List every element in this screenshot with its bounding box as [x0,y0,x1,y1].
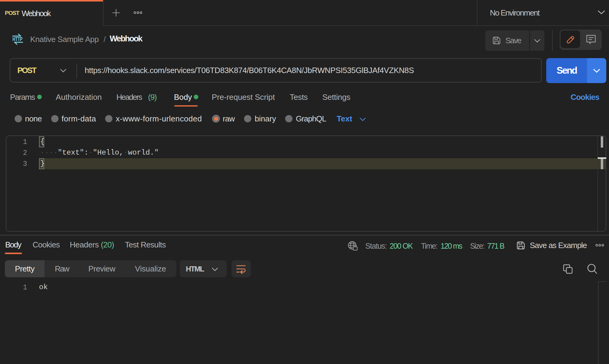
svg-text:HTTP: HTTP [12,36,23,42]
